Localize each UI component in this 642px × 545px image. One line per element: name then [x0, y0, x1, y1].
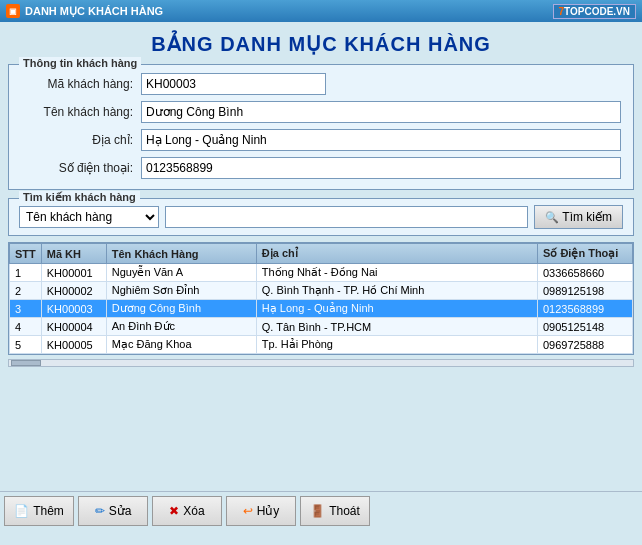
table-cell-2: Nghiêm Sơn Đỉnh — [106, 282, 256, 300]
search-button[interactable]: 🔍 Tìm kiếm — [534, 205, 623, 229]
ma-khach-hang-row: Mã khách hàng: — [21, 73, 621, 95]
table-header-row: STT Mã KH Tên Khách Hàng Địa chỉ Số Điện… — [10, 244, 633, 264]
exit-icon: 🚪 — [310, 504, 325, 518]
edit-icon: ✏ — [95, 504, 105, 518]
so-dien-thoai-label: Số điện thoại: — [21, 161, 141, 175]
customer-table: STT Mã KH Tên Khách Hàng Địa chỉ Số Điện… — [9, 243, 633, 354]
scroll-thumb — [11, 360, 41, 366]
btn-huy-label: Hủy — [257, 504, 280, 518]
btn-thoat-label: Thoát — [329, 504, 360, 518]
table-row[interactable]: 4KH00004An Đình ĐứcQ. Tân Bình - TP.HCM0… — [10, 318, 633, 336]
table-cell-4: 0336658660 — [538, 264, 633, 282]
table-row[interactable]: 1KH00001Nguyễn Văn AThống Nhất - Đồng Na… — [10, 264, 633, 282]
ma-khach-hang-input[interactable] — [141, 73, 326, 95]
table-cell-3: Q. Tân Bình - TP.HCM — [256, 318, 537, 336]
table-cell-1: KH00002 — [41, 282, 106, 300]
dia-chi-label: Địa chỉ: — [21, 133, 141, 147]
table-cell-1: KH00003 — [41, 300, 106, 318]
table-cell-4: 0989125198 — [538, 282, 633, 300]
so-dien-thoai-input[interactable] — [141, 157, 621, 179]
table-cell-3: Q. Bình Thạnh - TP. Hồ Chí Minh — [256, 282, 537, 300]
topcode-logo: 7TOPCODE.VN — [553, 4, 637, 19]
col-sdt: Số Điện Thoại — [538, 244, 633, 264]
search-box: Tìm kiếm khách hàng Tên khách hàng Mã kh… — [8, 198, 634, 236]
table-body: 1KH00001Nguyễn Văn AThống Nhất - Đồng Na… — [10, 264, 633, 354]
customer-table-container: STT Mã KH Tên Khách Hàng Địa chỉ Số Điện… — [8, 242, 634, 355]
ten-khach-hang-row: Tên khách hàng: — [21, 101, 621, 123]
table-cell-1: KH00005 — [41, 336, 106, 354]
so-dien-thoai-row: Số điện thoại: — [21, 157, 621, 179]
table-cell-0: 2 — [10, 282, 42, 300]
col-ten: Tên Khách Hàng — [106, 244, 256, 264]
table-cell-0: 1 — [10, 264, 42, 282]
table-cell-3: Hạ Long - Quảng Ninh — [256, 300, 537, 318]
table-cell-2: Nguyễn Văn A — [106, 264, 256, 282]
table-cell-2: An Đình Đức — [106, 318, 256, 336]
table-cell-4: 0905125148 — [538, 318, 633, 336]
table-row[interactable]: 3KH00003Dương Công BìnhHạ Long - Quảng N… — [10, 300, 633, 318]
horizontal-scrollbar[interactable] — [8, 359, 634, 367]
table-cell-4: 0123568899 — [538, 300, 633, 318]
ten-khach-hang-label: Tên khách hàng: — [21, 105, 141, 119]
table-cell-4: 0969725888 — [538, 336, 633, 354]
dia-chi-input[interactable] — [141, 129, 621, 151]
search-input[interactable] — [165, 206, 528, 228]
page-title: BẢNG DANH MỤC KHÁCH HÀNG — [8, 32, 634, 56]
btn-them[interactable]: 📄 Thêm — [4, 496, 74, 526]
dia-chi-row: Địa chỉ: — [21, 129, 621, 151]
table-cell-3: Thống Nhất - Đồng Nai — [256, 264, 537, 282]
btn-xoa-label: Xóa — [183, 504, 204, 518]
search-button-label: Tìm kiếm — [562, 210, 612, 224]
search-box-title: Tìm kiếm khách hàng — [19, 191, 140, 204]
customer-info-box: Thông tin khách hàng Mã khách hàng: Tên … — [8, 64, 634, 190]
table-row[interactable]: 5KH00005Mạc Đăng KhoaTp. Hải Phòng096972… — [10, 336, 633, 354]
btn-huy[interactable]: ↩ Hủy — [226, 496, 296, 526]
table-cell-0: 4 — [10, 318, 42, 336]
table-cell-1: KH00004 — [41, 318, 106, 336]
col-stt: STT — [10, 244, 42, 264]
table-row[interactable]: 2KH00002Nghiêm Sơn ĐỉnhQ. Bình Thạnh - T… — [10, 282, 633, 300]
btn-sua-label: Sửa — [109, 504, 132, 518]
table-cell-2: Mạc Đăng Khoa — [106, 336, 256, 354]
table-cell-1: KH00001 — [41, 264, 106, 282]
window-title: DANH MỤC KHÁCH HÀNG — [25, 5, 163, 18]
table-cell-2: Dương Công Bình — [106, 300, 256, 318]
main-content: BẢNG DANH MỤC KHÁCH HÀNG Thông tin khách… — [0, 22, 642, 529]
btn-xoa[interactable]: ✖ Xóa — [152, 496, 222, 526]
search-icon: 🔍 — [545, 211, 559, 224]
add-icon: 📄 — [14, 504, 29, 518]
title-bar: ▣ DANH MỤC KHÁCH HÀNG 7TOPCODE.VN — [0, 0, 642, 22]
title-bar-left: ▣ DANH MỤC KHÁCH HÀNG — [6, 4, 163, 18]
search-select[interactable]: Tên khách hàng Mã khách hàng Địa chỉ — [19, 206, 159, 228]
app-icon: ▣ — [6, 4, 20, 18]
table-cell-3: Tp. Hải Phòng — [256, 336, 537, 354]
btn-sua[interactable]: ✏ Sửa — [78, 496, 148, 526]
col-ma-kh: Mã KH — [41, 244, 106, 264]
cancel-icon: ↩ — [243, 504, 253, 518]
btn-thoat[interactable]: 🚪 Thoát — [300, 496, 370, 526]
delete-icon: ✖ — [169, 504, 179, 518]
btn-them-label: Thêm — [33, 504, 64, 518]
ten-khach-hang-input[interactable] — [141, 101, 621, 123]
bottom-toolbar: 📄 Thêm ✏ Sửa ✖ Xóa ↩ Hủy 🚪 Thoát — [0, 491, 642, 529]
search-row: Tên khách hàng Mã khách hàng Địa chỉ 🔍 T… — [19, 205, 623, 229]
table-cell-0: 5 — [10, 336, 42, 354]
table-cell-0: 3 — [10, 300, 42, 318]
ma-khach-hang-label: Mã khách hàng: — [21, 77, 141, 91]
info-box-title: Thông tin khách hàng — [19, 57, 141, 69]
col-dia-chi: Địa chỉ — [256, 244, 537, 264]
